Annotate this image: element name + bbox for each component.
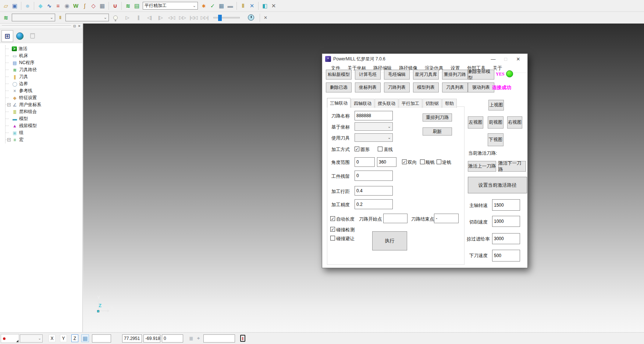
tree-item[interactable]: + ◯ 边界 xyxy=(6,80,82,87)
rapid-feed-input[interactable] xyxy=(492,233,520,244)
set-active-path-button[interactable]: 设置当前激活路径 xyxy=(468,177,527,193)
record-indicator[interactable] xyxy=(1,334,19,343)
strategy-select[interactable]: 平行精加工 ⌄ xyxy=(143,2,198,10)
status-select[interactable]: ⌄ xyxy=(20,334,43,343)
view-bottom-button[interactable]: 下视图 xyxy=(488,133,504,146)
dialog-button[interactable]: 模型列表 xyxy=(413,83,439,92)
angle-from-input[interactable] xyxy=(355,157,375,167)
dialog-button[interactable]: 粘贴新模型 xyxy=(326,70,352,80)
start-point-input[interactable] xyxy=(383,214,408,223)
separator[interactable] xyxy=(34,2,34,10)
dialog-button[interactable]: 删除全部模型 xyxy=(468,70,494,80)
tool-select[interactable]: ⌄ xyxy=(355,133,393,142)
expand-icon[interactable]: + xyxy=(7,103,11,106)
compare-tools-icon[interactable]: ‖ xyxy=(239,1,248,10)
separator[interactable] xyxy=(121,2,122,10)
float-panel-icon[interactable]: ⊡ xyxy=(72,24,77,28)
tree-item[interactable]: + × 参考线 xyxy=(6,87,82,94)
tree-item[interactable]: + ▲ 残留模型 xyxy=(6,122,82,129)
simulation-blocks-icon[interactable]: ◧ xyxy=(260,1,269,10)
slider-handle[interactable] xyxy=(218,15,222,21)
coordinate-y-field[interactable]: -69.918 xyxy=(143,334,160,343)
execute-button[interactable]: 执行 xyxy=(372,231,407,250)
angle-to-input[interactable] xyxy=(377,157,396,167)
auto-length-checkbox[interactable] xyxy=(330,216,335,221)
machining-tab[interactable]: 摆头联动 xyxy=(375,99,398,108)
feedrate-icon[interactable]: ≡ xyxy=(54,1,63,10)
machining-tab[interactable]: 三轴联动 xyxy=(327,98,351,108)
dialog-button[interactable]: 删除已选 xyxy=(326,83,352,92)
expand-icon[interactable]: + xyxy=(7,138,11,141)
explorer-tab[interactable]: ⊞ xyxy=(1,30,13,42)
dialog-titlebar[interactable]: * PowerMILL 忆梦星河 7.0.6 — □ ✕ xyxy=(322,54,527,64)
rearrange-toolpaths-button[interactable]: 重排列刀路 xyxy=(423,113,452,122)
view-left-button[interactable]: 左视图 xyxy=(468,116,483,129)
tree-item[interactable]: + ▣ 组 xyxy=(6,129,82,136)
calculator-icon[interactable]: ▦ xyxy=(217,1,226,10)
separator[interactable] xyxy=(258,2,259,10)
lightbulb-icon[interactable] xyxy=(113,15,118,20)
step-back-icon[interactable]: ◁| xyxy=(145,13,154,22)
tree-item[interactable]: + ∥ 刀具 xyxy=(6,73,82,80)
tool-select[interactable]: ⌄ xyxy=(65,14,109,21)
climb-checkbox[interactable] xyxy=(420,159,425,164)
clock-icon[interactable] xyxy=(248,14,254,21)
y-axis-button[interactable]: Y xyxy=(60,334,67,342)
dialog-button[interactable]: 坐标列表 xyxy=(355,83,381,92)
tree-item[interactable]: + ≡ 宏 xyxy=(6,136,82,143)
separator[interactable] xyxy=(21,2,21,10)
machining-tab[interactable]: 切割锯 xyxy=(423,99,442,108)
coord-select[interactable]: ⌄ xyxy=(355,122,393,131)
dialog-button[interactable]: 驱动列表 xyxy=(468,83,494,92)
maximize-button[interactable]: □ xyxy=(499,55,512,63)
recycle-tab[interactable] xyxy=(26,30,38,42)
rewind-icon[interactable]: ◁◁ xyxy=(167,13,176,22)
swap-axes-icon[interactable]: ✕ xyxy=(248,1,256,10)
dialog-button[interactable]: 计算毛坯 xyxy=(355,70,381,80)
conventional-checkbox[interactable] xyxy=(437,159,441,164)
tree-item[interactable]: + ∠ 用户坐标系 xyxy=(6,101,82,108)
toolpath-strategy-icon[interactable]: ∿ xyxy=(45,1,54,10)
toolbar-close-icon[interactable]: ✕ xyxy=(262,13,269,22)
tool-check-icon[interactable]: ✓ xyxy=(208,1,217,10)
tree-item[interactable]: + ≣ 层和组合 xyxy=(6,108,82,115)
machining-tab[interactable]: 四轴联动 xyxy=(351,99,374,108)
activate-next-toolpath-button[interactable]: 激活下一刀路 xyxy=(498,161,526,172)
boundary-icon[interactable]: ▦ xyxy=(98,1,107,10)
measure-field[interactable] xyxy=(203,334,235,343)
coordinate-z-field[interactable]: 0 xyxy=(162,334,183,343)
tree-item[interactable]: + ▭ 机床 xyxy=(6,52,82,59)
tool-holder-icon[interactable]: ∪ xyxy=(111,1,120,10)
toolpath-name-input[interactable] xyxy=(355,111,393,120)
tool-icon[interactable]: ◉ xyxy=(63,1,71,10)
viewmill-icon[interactable]: ● xyxy=(23,1,32,10)
close-button[interactable]: ✕ xyxy=(512,55,524,63)
tree-item[interactable]: + > 激活 xyxy=(6,45,82,52)
both-direction-checkbox[interactable] xyxy=(402,159,407,164)
fast-forward-icon[interactable]: ▷▷ xyxy=(178,13,187,22)
toolbar-close-icon[interactable]: ✕ xyxy=(269,1,278,10)
simulation-speed-slider[interactable] xyxy=(213,17,240,18)
save-project-icon[interactable]: ▣ xyxy=(10,1,19,10)
play-icon[interactable]: ▷ xyxy=(123,13,132,22)
tree-item[interactable]: + ≋ 刀具路径 xyxy=(6,66,82,73)
dialog-button[interactable]: 星河刀具库 xyxy=(413,70,439,80)
close-panel-icon[interactable]: ✕ xyxy=(77,24,82,28)
spindle-speed-input[interactable] xyxy=(492,199,520,211)
separator[interactable] xyxy=(108,2,109,10)
tolerance-input[interactable] xyxy=(355,199,393,209)
curve-editor-icon[interactable]: ∫ xyxy=(80,1,89,10)
circle-checkbox[interactable] xyxy=(355,147,359,151)
collision-check-checkbox[interactable] xyxy=(330,227,335,232)
pause-icon[interactable]: ∥ xyxy=(134,13,143,22)
pattern-icon[interactable]: ◇ xyxy=(89,1,98,10)
panel-grip[interactable]: ⊡ ✕ xyxy=(0,24,82,29)
stock-input[interactable] xyxy=(355,171,393,181)
strategy-list-icon[interactable]: ▤ xyxy=(132,1,141,10)
end-point-input[interactable] xyxy=(434,214,459,223)
view-top-button[interactable]: 上视图 xyxy=(488,100,504,110)
plunge-feed-input[interactable] xyxy=(492,250,520,261)
new-tool-icon[interactable]: ∗ xyxy=(199,1,208,10)
world-tab[interactable] xyxy=(14,30,26,42)
block-icon[interactable]: ◆ xyxy=(36,1,45,10)
